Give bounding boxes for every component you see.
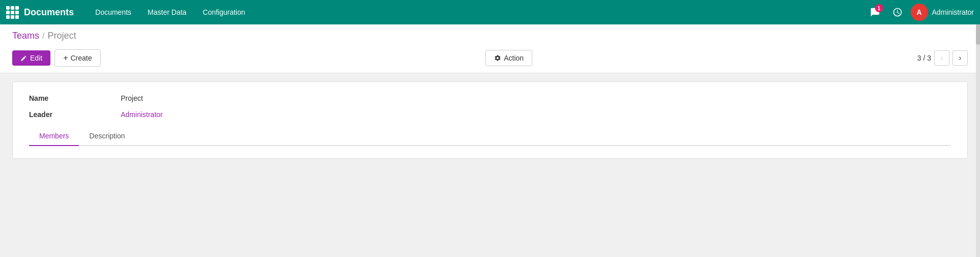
breadcrumb-current: Project <box>47 31 76 41</box>
notification-badge: 1 <box>875 4 883 12</box>
leader-label: Leader <box>29 110 121 119</box>
nav-master-data[interactable]: Master Data <box>141 5 194 19</box>
content-area: Name Project Leader Administrator Member… <box>0 73 980 256</box>
app-title[interactable]: Documents <box>24 7 74 18</box>
pagination-prev-button[interactable]: ‹ <box>934 50 949 66</box>
pagination-text: 3 / 3 <box>917 54 931 62</box>
scrollbar-thumb[interactable] <box>976 24 980 45</box>
username-label[interactable]: Administrator <box>932 8 974 16</box>
leader-field-row: Leader Administrator <box>29 110 951 119</box>
nav-documents[interactable]: Documents <box>88 5 139 19</box>
name-label: Name <box>29 94 121 102</box>
topnav-right: 1 A Administrator <box>866 3 974 21</box>
topnav-menu: Documents Master Data Configuration <box>88 5 866 19</box>
pencil-icon <box>20 55 27 62</box>
clock-icon-btn[interactable] <box>888 3 907 21</box>
topnav: Documents Documents Master Data Configur… <box>0 0 980 24</box>
pagination-next-button[interactable]: › <box>952 50 968 66</box>
gear-icon <box>494 54 501 62</box>
name-value: Project <box>121 94 143 102</box>
breadcrumb-separator: / <box>42 32 44 41</box>
pagination: 3 / 3 ‹ › <box>917 50 968 66</box>
create-button[interactable]: + Create <box>55 49 100 67</box>
leader-value[interactable]: Administrator <box>121 110 162 119</box>
apps-icon[interactable] <box>6 6 19 19</box>
messaging-icon-btn[interactable]: 1 <box>866 3 884 21</box>
action-button[interactable]: Action <box>485 50 532 66</box>
avatar[interactable]: A <box>911 4 928 21</box>
scrollbar[interactable] <box>976 24 980 256</box>
breadcrumb: Teams / Project <box>0 24 980 45</box>
toolbar: Edit + Create Action 3 / 3 ‹ › <box>0 45 980 73</box>
record-card: Name Project Leader Administrator Member… <box>12 81 968 159</box>
nav-configuration[interactable]: Configuration <box>196 5 252 19</box>
clock-icon <box>892 7 903 17</box>
breadcrumb-parent[interactable]: Teams <box>12 31 39 41</box>
name-field-row: Name Project <box>29 94 951 102</box>
tabs-row: Members Description <box>29 127 951 146</box>
edit-button[interactable]: Edit <box>12 50 50 66</box>
tab-members[interactable]: Members <box>29 127 79 146</box>
tab-description[interactable]: Description <box>79 127 135 146</box>
